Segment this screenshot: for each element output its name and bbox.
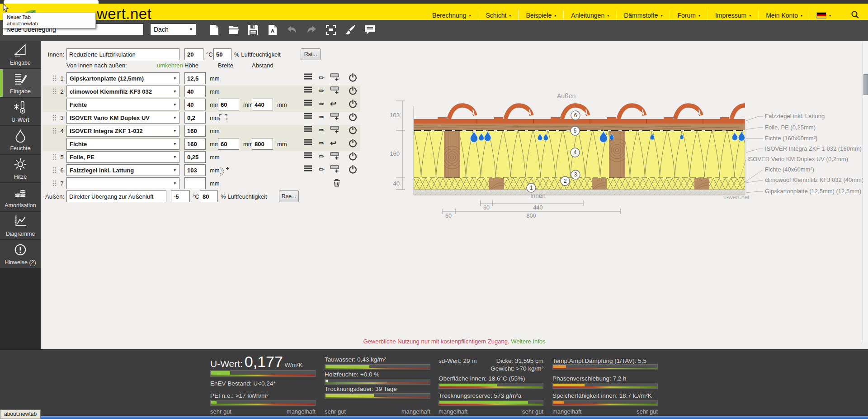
nav-item-mein-konto[interactable]: Mein Konto▾ (758, 10, 810, 21)
open-folder-button[interactable] (228, 25, 239, 35)
scrollbar-thumb[interactable] (863, 74, 868, 95)
comment-button[interactable] (364, 25, 375, 35)
thickness-input[interactable] (184, 86, 206, 97)
row-menu-icon[interactable] (304, 113, 312, 120)
weitere-infos-link[interactable]: Weitere Infos (511, 338, 545, 345)
nav-item-daemmstoffe[interactable]: Dämmstoffe▾ (616, 10, 670, 21)
thickness-input[interactable] (184, 177, 206, 189)
distance-input[interactable] (252, 138, 273, 150)
edit-layer-icon[interactable]: ✏ (319, 139, 325, 148)
sidebar-item-eingabe-geometrie[interactable]: Eingabe (0, 41, 41, 68)
inside-condition-input[interactable] (66, 48, 179, 60)
drag-handle-icon[interactable] (52, 128, 57, 135)
add-sub-layer-icon[interactable] (330, 73, 340, 82)
thickness-input[interactable] (184, 138, 206, 150)
toggle-layer-icon[interactable] (349, 126, 357, 136)
edit-layer-icon[interactable]: ✏ (319, 86, 325, 95)
edit-layer-icon[interactable]: ✏ (319, 73, 325, 82)
nav-item-impressum[interactable]: Impressum▾ (708, 10, 758, 21)
material-select[interactable]: Fichte▼ (66, 99, 179, 110)
paint-brush-button[interactable] (345, 24, 356, 35)
thickness-input[interactable] (184, 164, 206, 176)
sidebar-item-eingabe-schichten[interactable]: Eingabe (0, 69, 41, 97)
drag-handle-icon[interactable] (52, 180, 57, 188)
width-input[interactable] (218, 99, 239, 110)
new-document-button[interactable] (209, 24, 220, 35)
sidebar-item-feuchte[interactable]: Feuchte (0, 126, 41, 154)
outside-temperature-input[interactable] (171, 190, 190, 202)
sidebar-item-diagramme[interactable]: Diagramme (0, 212, 41, 239)
material-select[interactable]: ISOVER Integra ZKF 1-032▼ (66, 125, 179, 137)
remove-sub-layer-icon[interactable]: ↩ (330, 139, 336, 148)
row-menu-icon[interactable] (304, 86, 312, 94)
inside-humidity-input[interactable] (213, 48, 231, 60)
nav-item-anleitungen[interactable]: Anleitungen▾ (563, 10, 616, 21)
construction-type-select[interactable]: Dach ▼ (150, 24, 196, 35)
material-select[interactable]: Fichte▼ (66, 138, 179, 150)
add-sub-layer-icon[interactable] (330, 86, 340, 95)
sidebar-item-hinweise[interactable]: Hinweise (2) (0, 240, 41, 268)
nav-item-beispiele[interactable]: Beispiele▾ (518, 10, 563, 21)
inside-temperature-input[interactable] (184, 48, 203, 60)
material-select[interactable]: Falzziegel inkl. Lattung▼ (66, 164, 179, 176)
material-select[interactable]: ▼ (66, 177, 179, 189)
vertical-scrollbar[interactable] (863, 41, 868, 343)
thickness-input[interactable] (184, 99, 206, 110)
toggle-layer-icon[interactable] (349, 113, 357, 123)
outside-condition-input[interactable] (66, 190, 166, 202)
drag-handle-icon[interactable] (52, 88, 57, 96)
row-menu-icon[interactable] (304, 165, 312, 173)
sidebar-item-hitze[interactable]: Hitze (0, 155, 41, 182)
nav-item-forum[interactable]: Forum▾ (670, 10, 707, 21)
material-select[interactable]: ISOVER Vario KM Duplex UV▼ (66, 112, 179, 124)
row-menu-icon[interactable] (304, 152, 312, 160)
thickness-input[interactable] (184, 125, 206, 137)
material-select[interactable]: Folie, PE▼ (66, 151, 179, 163)
toggle-layer-icon[interactable] (349, 165, 357, 175)
width-input[interactable] (218, 138, 239, 150)
edit-layer-icon[interactable]: ✏ (319, 126, 325, 135)
add-sub-layer-icon[interactable] (330, 152, 340, 161)
rsi-button[interactable]: Rsi... (301, 48, 321, 60)
reverse-link[interactable]: umkehren (157, 62, 183, 69)
row-menu-icon[interactable] (304, 73, 312, 81)
sidebar-item-amortisation[interactable]: Amortisation (0, 183, 41, 211)
search-icon[interactable] (851, 10, 859, 20)
sidebar-item-u-wert[interactable]: U-Wert (0, 98, 41, 125)
toggle-layer-icon[interactable] (349, 73, 357, 83)
rse-button[interactable]: Rse... (279, 190, 299, 202)
fit-screen-button[interactable] (326, 24, 336, 35)
drag-handle-icon[interactable] (52, 167, 57, 175)
add-sub-layer-icon[interactable] (330, 113, 340, 122)
add-sub-layer-icon[interactable] (330, 165, 340, 174)
export-pdf-button[interactable] (267, 24, 278, 35)
thickness-input[interactable] (184, 72, 206, 84)
browser-tab[interactable] (4, 0, 99, 4)
remove-sub-layer-icon[interactable]: ↩ (330, 100, 336, 109)
thickness-input[interactable] (184, 151, 206, 163)
outside-humidity-input[interactable] (200, 190, 218, 202)
distance-input[interactable] (252, 99, 273, 110)
language-selector[interactable]: ▾ (810, 10, 837, 20)
drag-handle-icon[interactable] (52, 154, 57, 162)
toggle-layer-icon[interactable] (349, 152, 357, 162)
nav-item-berechnung[interactable]: Berechnung▾ (425, 10, 478, 21)
material-select[interactable]: climowool Klemmfilz KF3 032▼ (66, 86, 179, 97)
row-menu-icon[interactable] (304, 100, 312, 107)
nav-item-schicht[interactable]: Schicht▾ (478, 10, 518, 21)
edit-layer-icon[interactable]: ✏ (319, 113, 325, 122)
material-select[interactable]: Gipskartonplatte (12,5mm)▼ (66, 72, 179, 84)
edit-layer-icon[interactable]: ✏ (319, 165, 325, 174)
drag-handle-icon[interactable] (52, 75, 57, 83)
thickness-input[interactable] (184, 112, 206, 124)
edit-layer-icon[interactable]: ✏ (319, 152, 325, 161)
toggle-layer-icon[interactable] (349, 139, 357, 149)
add-sub-layer-icon[interactable] (330, 126, 340, 135)
delete-layer-icon[interactable] (333, 179, 340, 188)
row-menu-icon[interactable] (304, 139, 312, 147)
save-button[interactable] (248, 24, 259, 35)
toggle-layer-icon[interactable] (349, 100, 357, 110)
drag-handle-icon[interactable] (52, 114, 57, 122)
row-menu-icon[interactable] (304, 126, 312, 133)
edit-layer-icon[interactable]: ✏ (319, 100, 325, 109)
